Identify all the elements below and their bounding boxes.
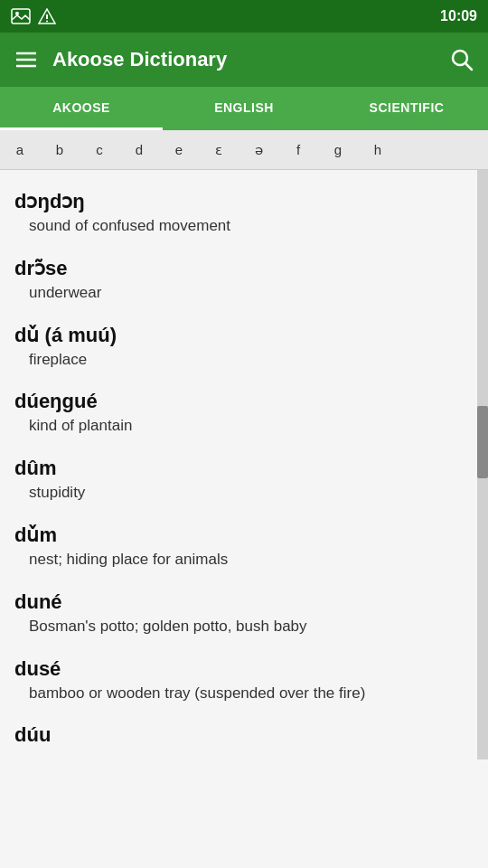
entry-def-7: bamboo or wooden tray (suspended over th… bbox=[29, 683, 463, 704]
entry-word-1[interactable]: drɔ̃se bbox=[14, 257, 463, 280]
alpha-epsilon[interactable]: ɛ bbox=[199, 130, 239, 170]
list-item: drɔ̃se underwear bbox=[0, 244, 477, 311]
entry-def-2: fireplace bbox=[29, 349, 463, 371]
tab-akoose[interactable]: AKOOSE bbox=[0, 87, 163, 130]
entry-def-1: underwear bbox=[29, 282, 463, 304]
alpha-e[interactable]: e bbox=[159, 130, 199, 170]
app-bar-left: Akoose Dictionary bbox=[14, 48, 227, 71]
list-item: duné Bosman's potto; golden potto, bush … bbox=[0, 578, 477, 645]
entry-def-5: nest; hiding place for animals bbox=[29, 549, 463, 571]
list-item: dusé bamboo or wooden tray (suspended ov… bbox=[0, 645, 477, 712]
alpha-g[interactable]: g bbox=[318, 130, 358, 170]
list-item: dúu bbox=[0, 711, 477, 752]
entry-word-0[interactable]: dɔŋdɔŋ bbox=[14, 190, 463, 213]
entry-word-7[interactable]: dusé bbox=[14, 657, 463, 681]
entry-word-4[interactable]: dûm bbox=[14, 457, 463, 480]
entry-word-5[interactable]: dǔm bbox=[14, 524, 463, 547]
list-item: dǔ (á muú) fireplace bbox=[0, 311, 477, 378]
status-bar-notification-icons bbox=[11, 8, 56, 24]
alpha-c[interactable]: c bbox=[80, 130, 119, 170]
status-bar: 10:09 bbox=[0, 0, 488, 33]
alpha-h[interactable]: h bbox=[358, 130, 398, 170]
warning-icon bbox=[38, 8, 56, 24]
app-title: Akoose Dictionary bbox=[52, 48, 227, 71]
hamburger-menu-icon[interactable] bbox=[14, 50, 38, 70]
scrollbar-track[interactable] bbox=[477, 170, 488, 760]
alpha-d[interactable]: d bbox=[119, 130, 159, 170]
dictionary-content: dɔŋdɔŋ sound of confused movement drɔ̃se… bbox=[0, 170, 477, 760]
entry-def-0: sound of confused movement bbox=[29, 215, 463, 237]
alphabet-bar: a b c d e ɛ ə f g h bbox=[0, 130, 488, 170]
tab-scientific[interactable]: SCIENTIFIC bbox=[325, 87, 488, 130]
list-item: dǔm nest; hiding place for animals bbox=[0, 511, 477, 578]
content-wrapper: dɔŋdɔŋ sound of confused movement drɔ̃se… bbox=[0, 170, 488, 760]
list-item: dûm stupidity bbox=[0, 444, 477, 511]
entry-word-3[interactable]: dúeŋgué bbox=[14, 390, 463, 413]
alpha-b[interactable]: b bbox=[40, 130, 80, 170]
svg-line-9 bbox=[465, 63, 472, 70]
status-bar-time: 10:09 bbox=[440, 8, 477, 24]
list-item: dúeŋgué kind of plantain bbox=[0, 377, 477, 444]
entry-word-6[interactable]: duné bbox=[14, 590, 463, 614]
list-item: dɔŋdɔŋ sound of confused movement bbox=[0, 177, 477, 244]
entry-word-2[interactable]: dǔ (á muú) bbox=[14, 324, 463, 347]
entry-def-4: stupidity bbox=[29, 482, 463, 504]
search-icon[interactable] bbox=[450, 48, 474, 71]
entry-def-6: Bosman's potto; golden potto, bush baby bbox=[29, 616, 463, 637]
scrollbar-thumb[interactable] bbox=[477, 406, 488, 478]
svg-point-4 bbox=[46, 21, 48, 23]
alpha-schwa[interactable]: ə bbox=[239, 130, 278, 170]
image-icon bbox=[11, 8, 31, 24]
alpha-f[interactable]: f bbox=[278, 130, 318, 170]
entry-word-8[interactable]: dúu bbox=[14, 723, 463, 747]
entry-def-3: kind of plantain bbox=[29, 415, 463, 437]
alpha-a[interactable]: a bbox=[0, 130, 40, 170]
tab-english[interactable]: ENGLISH bbox=[163, 87, 325, 130]
tab-bar: AKOOSE ENGLISH SCIENTIFIC bbox=[0, 87, 488, 130]
app-bar: Akoose Dictionary bbox=[0, 33, 488, 87]
